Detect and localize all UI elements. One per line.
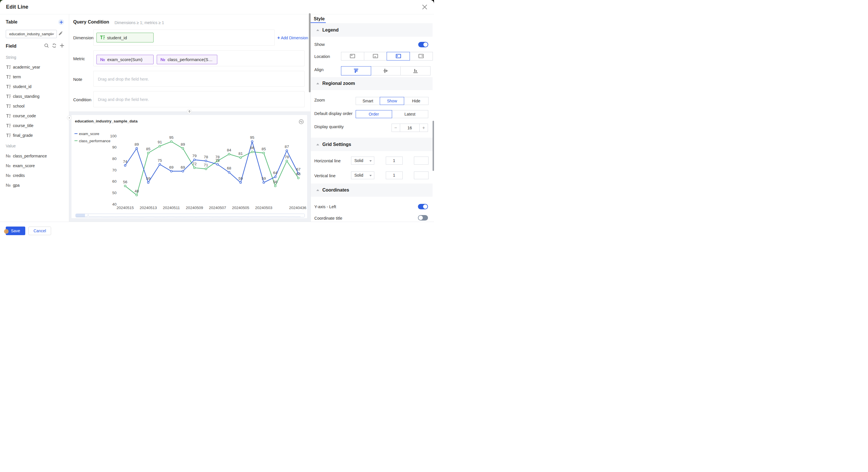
svg-text:89: 89 — [181, 142, 185, 146]
svg-text:71: 71 — [204, 163, 208, 167]
svg-text:86: 86 — [250, 146, 254, 150]
svg-text:56: 56 — [123, 180, 127, 184]
svg-text:81: 81 — [239, 151, 243, 156]
svg-text:64: 64 — [273, 171, 278, 175]
svg-text:95: 95 — [250, 135, 254, 140]
svg-text:56: 56 — [273, 180, 277, 184]
svg-text:80: 80 — [112, 156, 117, 161]
svg-text:59: 59 — [239, 176, 243, 181]
svg-text:69: 69 — [169, 165, 174, 169]
svg-text:68: 68 — [227, 166, 231, 170]
svg-text:69: 69 — [181, 165, 185, 169]
svg-text:85: 85 — [146, 147, 150, 151]
svg-text:50: 50 — [112, 191, 117, 195]
svg-text:20240503: 20240503 — [255, 206, 272, 210]
svg-text:84: 84 — [227, 148, 231, 152]
svg-text:59: 59 — [146, 176, 150, 181]
svg-text:40: 40 — [112, 202, 117, 206]
svg-text:90: 90 — [112, 145, 117, 149]
svg-text:87: 87 — [285, 144, 289, 149]
svg-text:95: 95 — [169, 135, 174, 140]
svg-text:70: 70 — [112, 168, 117, 172]
svg-text:74: 74 — [123, 159, 127, 164]
svg-text:20240505: 20240505 — [232, 206, 249, 210]
svg-text:63: 63 — [296, 172, 301, 176]
svg-text:class_performance: class_performance — [79, 138, 111, 143]
svg-text:78: 78 — [285, 155, 289, 159]
svg-text:85: 85 — [261, 147, 266, 151]
svg-text:78: 78 — [215, 155, 220, 159]
svg-text:20240509: 20240509 — [186, 206, 203, 210]
svg-text:20240515: 20240515 — [117, 206, 134, 210]
svg-text:48: 48 — [135, 189, 139, 193]
svg-text:72: 72 — [192, 162, 197, 166]
svg-text:75: 75 — [158, 158, 162, 162]
svg-text:78: 78 — [204, 155, 208, 159]
svg-text:100: 100 — [110, 134, 117, 138]
svg-text:89: 89 — [135, 142, 139, 146]
svg-text:20240511: 20240511 — [163, 206, 180, 210]
svg-text:60: 60 — [112, 179, 117, 183]
svg-text:exam_score: exam_score — [79, 132, 99, 136]
svg-text:20240507: 20240507 — [209, 206, 226, 210]
svg-text:67: 67 — [296, 167, 301, 171]
svg-text:59: 59 — [261, 176, 266, 181]
svg-text:91: 91 — [158, 140, 162, 144]
svg-text:79: 79 — [192, 154, 197, 158]
svg-text:20240436: 20240436 — [289, 206, 306, 210]
svg-text:20240513: 20240513 — [140, 206, 157, 210]
